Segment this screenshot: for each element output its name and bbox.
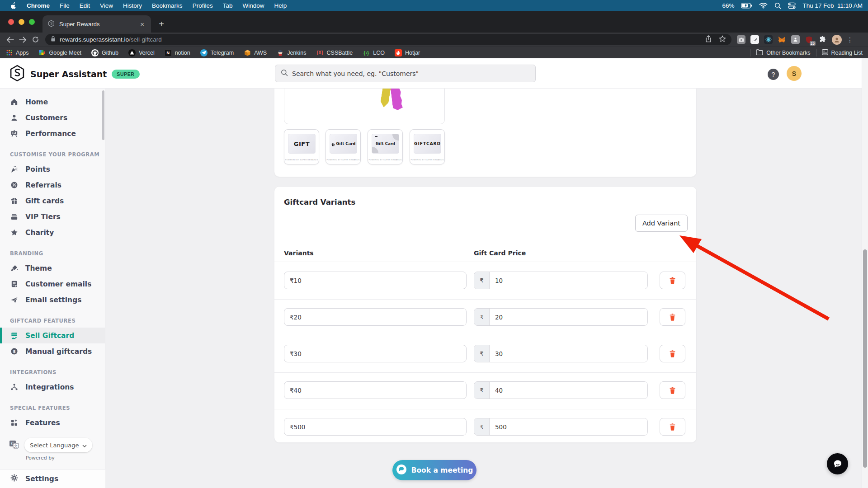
delete-variant-button[interactable] (660, 418, 685, 436)
sidebar-item-customers[interactable]: Customers (0, 110, 105, 126)
price-input[interactable] (490, 272, 647, 289)
share-icon[interactable] (705, 35, 712, 44)
sidebar-item-integrations[interactable]: Integrations (0, 379, 105, 395)
sidebar-item-home[interactable]: Home (0, 94, 105, 110)
react-devtools-icon[interactable] (764, 35, 773, 44)
close-window-button[interactable] (8, 19, 14, 25)
menu-history[interactable]: History (118, 2, 147, 9)
global-search[interactable] (275, 65, 536, 82)
sidebar-item-charity[interactable]: Charity (0, 225, 105, 240)
forward-icon[interactable] (16, 34, 29, 46)
menu-tab[interactable]: Tab (218, 2, 238, 9)
sidebar-item-referrals[interactable]: Referrals (0, 177, 105, 193)
bookmark-jenkins[interactable]: Jenkins (277, 49, 306, 56)
sidebar-item-gift-cards[interactable]: Gift cards (0, 193, 105, 209)
giftcard-thumbnail-3[interactable]: Gift Card POWERED BY SUPER REWARDS (368, 129, 403, 164)
back-icon[interactable] (4, 34, 16, 46)
price-input[interactable] (490, 309, 647, 325)
sidebar-item-performance[interactable]: Performance (0, 126, 105, 141)
new-tab-button[interactable]: + (156, 19, 167, 30)
maximize-window-button[interactable] (29, 19, 35, 25)
menu-file[interactable]: File (55, 2, 75, 9)
help-icon[interactable]: ? (768, 69, 779, 80)
screenshot-extension-icon[interactable] (737, 35, 745, 44)
menu-profiles[interactable]: Profiles (188, 2, 218, 9)
price-prefix: ₹ (474, 382, 490, 399)
sidebar-item-settings[interactable]: Settings (0, 469, 105, 488)
sidebar-item-points[interactable]: Points (0, 161, 105, 177)
variant-input[interactable] (284, 418, 467, 436)
menu-dots-icon[interactable]: ⋮ (847, 36, 853, 43)
price-input[interactable] (490, 382, 647, 399)
browser-profile-avatar[interactable] (832, 35, 842, 45)
price-input[interactable] (490, 418, 647, 435)
menu-edit[interactable]: Edit (75, 2, 95, 9)
aws-icon (244, 49, 251, 56)
wifi-icon[interactable] (759, 2, 768, 9)
delete-variant-button[interactable] (660, 308, 685, 326)
menu-view[interactable]: View (95, 2, 118, 9)
bookmark-aws[interactable]: AWS (244, 49, 267, 56)
delete-variant-button[interactable] (660, 381, 685, 399)
variant-input[interactable] (284, 308, 467, 326)
search-input[interactable] (292, 70, 530, 77)
url-bar[interactable]: rewards.superassistant.io/sell-giftcard (45, 34, 731, 45)
delete-variant-button[interactable] (660, 272, 685, 289)
add-variant-button[interactable]: Add Variant (635, 215, 688, 232)
editor-extension-icon[interactable] (750, 35, 759, 44)
giftcard-thumbnail-1[interactable]: GIFT POWERED BY SUPER REWARDS (284, 129, 319, 164)
sidebar-item-sell-giftcard[interactable]: Sell Giftcard (0, 328, 105, 343)
reading-list[interactable]: Reading List (822, 49, 863, 56)
close-tab-icon[interactable]: × (139, 20, 146, 28)
menu-window[interactable]: Window (237, 2, 269, 9)
sidebar-item-email-settings[interactable]: Email settings (0, 292, 105, 308)
delete-variant-button[interactable] (660, 345, 685, 362)
variant-input[interactable] (284, 272, 467, 289)
bookmark-lco[interactable]: {›} LCO (363, 49, 385, 56)
spotlight-search-icon[interactable] (774, 2, 781, 9)
bookmark-apps[interactable]: Apps (5, 49, 29, 56)
bookmark-google-meet[interactable]: Google Meet (39, 49, 82, 56)
menu-chrome[interactable]: Chrome (22, 2, 55, 9)
user-avatar[interactable]: S (787, 66, 802, 81)
sidebar-item-theme[interactable]: Theme (0, 260, 105, 276)
bookmark-cssbattle[interactable]: [X] CSSBattle (316, 49, 353, 56)
language-select[interactable]: Select Language (24, 438, 92, 452)
bookmark-notion[interactable]: N notion (165, 49, 190, 56)
sidebar-item-features[interactable]: Features (0, 415, 105, 431)
sidebar-item-customer-emails[interactable]: Customer emails (0, 276, 105, 292)
sidebar-item-manual-giftcards[interactable]: $ Manual giftcards (0, 343, 105, 359)
ublock-icon[interactable]: 15 (805, 35, 813, 44)
price-input[interactable] (490, 345, 647, 362)
browser-tab[interactable]: Super Rewards × (42, 15, 151, 33)
bookmark-hotjar[interactable]: Hotjar (395, 49, 420, 56)
extensions-puzzle-icon[interactable] (818, 35, 827, 44)
bookmark-github[interactable]: Github (91, 49, 118, 56)
bookmark-vercel[interactable]: Vercel (128, 49, 155, 56)
minimize-window-button[interactable] (19, 19, 24, 25)
page-scrollbar-track[interactable] (862, 58, 868, 488)
book-meeting-button[interactable]: Book a meeting (392, 460, 476, 480)
reload-icon[interactable] (29, 34, 42, 46)
metamask-icon[interactable] (778, 35, 786, 44)
giftcard-thumbnail-2[interactable]: Gift Card POWERED BY SUPER REWARDS (326, 129, 361, 164)
bookmark-telegram[interactable]: Telegram (200, 49, 234, 56)
chat-widget[interactable] (827, 453, 848, 474)
sidebar-item-vip-tiers[interactable]: VIP Tiers (0, 209, 105, 225)
lock-icon[interactable] (51, 36, 56, 44)
apple-icon[interactable] (5, 2, 22, 9)
page-scrollbar-thumb[interactable] (863, 249, 867, 468)
price-prefix: ₹ (474, 418, 490, 435)
other-bookmarks[interactable]: Other Bookmarks (756, 49, 810, 56)
sidebar-scrollbar[interactable] (102, 90, 104, 140)
variant-input[interactable] (284, 381, 467, 399)
variant-input[interactable] (284, 345, 467, 362)
session-extension-icon[interactable] (791, 35, 800, 44)
giftcard-thumbnail-4[interactable]: GIFTCARD POWERED BY SUPER REWARDS (410, 129, 445, 164)
menubar-clock[interactable]: Thu 17 Feb 11:10 AM (802, 2, 863, 9)
variants-panel-title: Giftcard Variants (284, 198, 355, 206)
menu-bookmarks[interactable]: Bookmarks (147, 2, 188, 9)
bookmark-star-icon[interactable] (719, 35, 726, 44)
control-center-icon[interactable] (788, 2, 796, 9)
menu-help[interactable]: Help (269, 2, 292, 9)
